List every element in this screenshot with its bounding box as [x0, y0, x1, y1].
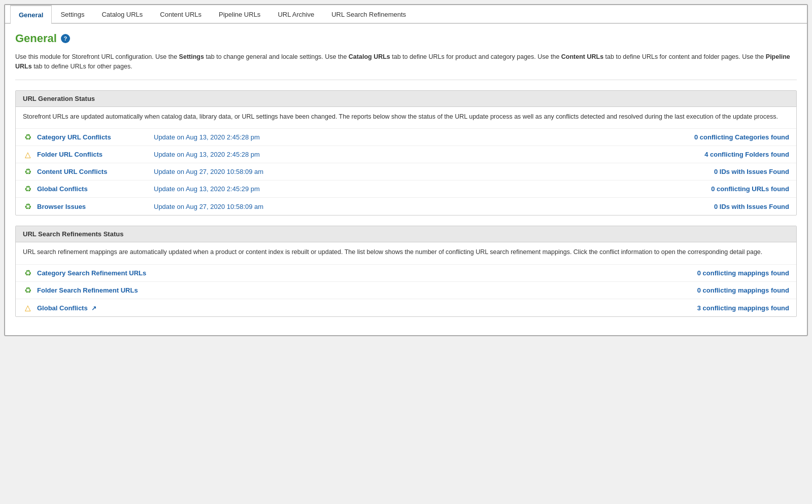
warning-icon: △: [23, 303, 33, 313]
tab-general[interactable]: General: [10, 5, 52, 24]
row-label[interactable]: Content URL Conflicts: [37, 168, 149, 175]
status-row-3: ♻Global ConflictsUpdate on Aug 13, 2020 …: [16, 181, 796, 198]
status-row-1: ♻Folder Search Refinement URLs0 conflict…: [16, 282, 796, 299]
row-label[interactable]: Folder Search Refinement URLs: [37, 286, 149, 294]
status-row-4: ♻Browser IssuesUpdate on Aug 27, 2020 10…: [16, 198, 796, 215]
recycle-icon: ♻: [23, 285, 33, 296]
tab-settings[interactable]: Settings: [52, 5, 93, 24]
status-row-2: ♻Content URL ConflictsUpdate on Aug 27, …: [16, 163, 796, 181]
row-result[interactable]: 0 conflicting Categories found: [657, 133, 789, 141]
row-result[interactable]: 0 IDs with Issues Found: [657, 203, 789, 210]
url-generation-status-desc: Storefront URLs are updated automaticall…: [16, 107, 796, 129]
url-search-refinements-header: URL Search Refinements Status: [16, 226, 796, 242]
tab-pipeline-urls[interactable]: Pipeline URLs: [210, 5, 269, 24]
warning-icon: △: [23, 150, 33, 160]
row-date: Update on Aug 13, 2020 2:45:28 pm: [149, 151, 657, 158]
recycle-icon: ♻: [23, 167, 33, 177]
tab-content-urls[interactable]: Content URLs: [151, 5, 210, 24]
row-label[interactable]: Browser Issues: [37, 203, 149, 210]
tabs-bar: GeneralSettingsCatalog URLsContent URLsP…: [5, 5, 807, 24]
row-label[interactable]: Category URL Conflicts: [37, 133, 149, 141]
status-row-1: △Folder URL ConflictsUpdate on Aug 13, 2…: [16, 146, 796, 163]
row-date: Update on Aug 13, 2020 2:45:28 pm: [149, 133, 657, 141]
url-generation-status-header: URL Generation Status: [16, 91, 796, 107]
row-result[interactable]: 0 conflicting mappings found: [657, 269, 789, 277]
tab-url-search-refinements[interactable]: URL Search Refinements: [323, 5, 415, 24]
url-search-refinements-desc: URL search refinement mappings are autom…: [16, 242, 796, 265]
url-search-refinements-section: URL Search Refinements Status URL search…: [15, 226, 797, 317]
tab-catalog-urls[interactable]: Catalog URLs: [93, 5, 151, 24]
row-date: Update on Aug 27, 2020 10:58:09 am: [149, 203, 657, 210]
row-result[interactable]: 0 IDs with Issues Found: [657, 168, 789, 175]
row-label[interactable]: Global Conflicts: [37, 185, 149, 193]
row-result[interactable]: 0 conflicting mappings found: [657, 286, 789, 294]
row-result[interactable]: 0 conflicting URLs found: [657, 185, 789, 193]
row-label[interactable]: Category Search Refinement URLs: [37, 269, 149, 277]
row-date: Update on Aug 13, 2020 2:45:29 pm: [149, 185, 657, 193]
row-result[interactable]: 3 conflicting mappings found: [657, 304, 789, 312]
url-search-rows: ♻Category Search Refinement URLs0 confli…: [16, 265, 796, 316]
help-icon[interactable]: ?: [61, 34, 70, 43]
row-label[interactable]: Folder URL Conflicts: [37, 151, 149, 158]
row-label[interactable]: Global Conflicts ↗: [37, 304, 149, 312]
url-generation-status-section: URL Generation Status Storefront URLs ar…: [15, 90, 797, 216]
page-description: Use this module for Storefront URL confi…: [15, 52, 797, 80]
row-date: Update on Aug 27, 2020 10:58:09 am: [149, 168, 657, 175]
status-row-2: △Global Conflicts ↗3 conflicting mapping…: [16, 299, 796, 316]
recycle-icon: ♻: [23, 268, 33, 278]
url-generation-rows: ♻Category URL ConflictsUpdate on Aug 13,…: [16, 129, 796, 215]
status-row-0: ♻Category URL ConflictsUpdate on Aug 13,…: [16, 129, 796, 146]
recycle-icon: ♻: [23, 201, 33, 211]
row-result[interactable]: 4 conflicting Folders found: [657, 151, 789, 158]
tab-url-archive[interactable]: URL Archive: [269, 5, 323, 24]
recycle-icon: ♻: [23, 132, 33, 142]
external-link-icon[interactable]: ↗: [90, 305, 96, 312]
recycle-icon: ♻: [23, 184, 33, 194]
page-title: General: [15, 32, 57, 45]
status-row-0: ♻Category Search Refinement URLs0 confli…: [16, 265, 796, 282]
